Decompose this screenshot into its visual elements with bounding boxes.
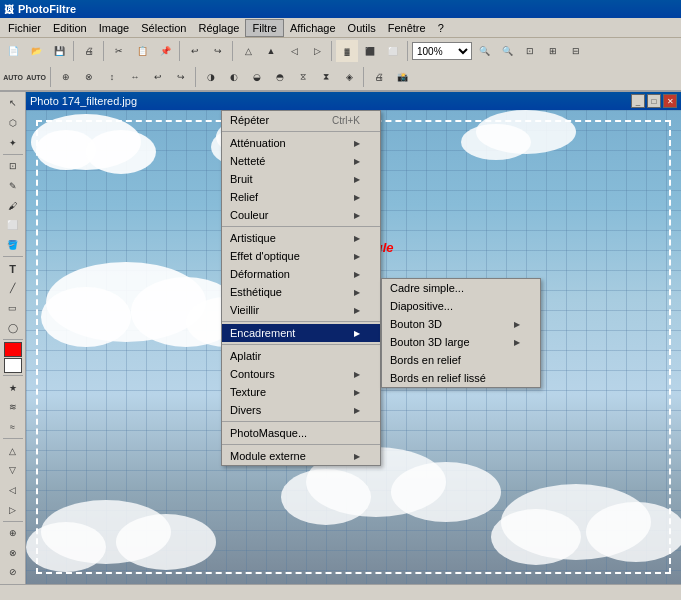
tool-crop[interactable]: ⊡	[2, 157, 24, 176]
tb-icon-11[interactable]: ⧖	[292, 66, 314, 88]
menu-selection[interactable]: Sélection	[135, 20, 192, 36]
menu-diapositive[interactable]: Diapositive...	[382, 297, 540, 315]
tb-icon-15[interactable]: 📸	[391, 66, 413, 88]
auto-btn-1[interactable]: AUTO	[2, 66, 24, 88]
maximize-button[interactable]: □	[647, 94, 661, 108]
zoom-select[interactable]: 100% 50% 200%	[412, 42, 472, 60]
menu-aplatir[interactable]: Aplatir	[222, 347, 380, 365]
tb-icon-14[interactable]: 🖨	[368, 66, 390, 88]
zoom-out-btn[interactable]: 🔍	[496, 40, 518, 62]
menu-filtre[interactable]: Filtre	[245, 19, 283, 37]
tb-icon-2[interactable]: ⊗	[78, 66, 100, 88]
tb-icon-4[interactable]: ↔	[124, 66, 146, 88]
copy-button[interactable]: 📋	[131, 40, 153, 62]
tool-lasso[interactable]: ⬡	[2, 114, 24, 133]
cut-button[interactable]: ✂	[108, 40, 130, 62]
menu-vieillir[interactable]: Vieillir ▶	[222, 301, 380, 319]
menu-artistique[interactable]: Artistique ▶	[222, 229, 380, 247]
tool-fg-color[interactable]	[4, 342, 22, 357]
tb-icon-13[interactable]: ◈	[338, 66, 360, 88]
color-btn-2[interactable]: ⬛	[359, 40, 381, 62]
menu-photomasque[interactable]: PhotoMasque...	[222, 424, 380, 442]
menu-bords-relief[interactable]: Bords en relief	[382, 351, 540, 369]
tool-extra-9[interactable]: ⊘	[2, 563, 24, 582]
tool-line[interactable]: ╱	[2, 279, 24, 298]
tb-icon-1[interactable]: ⊕	[55, 66, 77, 88]
shape-btn-3[interactable]: ◁	[283, 40, 305, 62]
redo-button[interactable]: ↪	[207, 40, 229, 62]
zoom-fit-btn[interactable]: ⊡	[519, 40, 541, 62]
tool-ellipse[interactable]: ◯	[2, 318, 24, 337]
menu-module-externe[interactable]: Module externe ▶	[222, 447, 380, 465]
zoom-in-btn[interactable]: 🔍	[473, 40, 495, 62]
tool-text[interactable]: T	[2, 259, 24, 278]
tool-brush[interactable]: 🖌	[2, 196, 24, 215]
auto-btn-2[interactable]: AUTO	[25, 66, 47, 88]
minimize-button[interactable]: _	[631, 94, 645, 108]
tool-extra-2[interactable]: ≈	[2, 418, 24, 437]
menu-texture[interactable]: Texture ▶	[222, 383, 380, 401]
menu-bouton-3d-large[interactable]: Bouton 3D large ▶	[382, 333, 540, 351]
tb-icon-6[interactable]: ↪	[170, 66, 192, 88]
tool-pencil[interactable]: ✎	[2, 177, 24, 196]
menu-couleur[interactable]: Couleur ▶	[222, 206, 380, 224]
menu-bords-relief-lisse[interactable]: Bords en relief lissé	[382, 369, 540, 387]
color-btn-3[interactable]: ⬜	[382, 40, 404, 62]
tool-extra-7[interactable]: ⊕	[2, 524, 24, 543]
save-button[interactable]: 💾	[48, 40, 70, 62]
menu-help[interactable]: ?	[432, 20, 450, 36]
tool-extra-5[interactable]: ◁	[2, 481, 24, 500]
menu-cadre-simple[interactable]: Cadre simple...	[382, 279, 540, 297]
print-button[interactable]: 🖨	[78, 40, 100, 62]
tool-rect[interactable]: ▭	[2, 299, 24, 318]
tool-extra-6[interactable]: ▷	[2, 500, 24, 519]
color-palette-btn[interactable]: ▓	[336, 40, 358, 62]
shape-btn-4[interactable]: ▷	[306, 40, 328, 62]
tool-eraser[interactable]: ⬜	[2, 216, 24, 235]
menu-fichier[interactable]: Fichier	[2, 20, 47, 36]
menu-deformation[interactable]: Déformation ▶	[222, 265, 380, 283]
tb-icon-5[interactable]: ↩	[147, 66, 169, 88]
tool-extra-8[interactable]: ⊗	[2, 543, 24, 562]
menu-fenetre[interactable]: Fenêtre	[382, 20, 432, 36]
tool-star[interactable]: ★	[2, 378, 24, 397]
menu-encadrement[interactable]: Encadrement ▶	[222, 324, 380, 342]
tb-icon-7[interactable]: ◑	[200, 66, 222, 88]
tool-extra-3[interactable]: △	[2, 441, 24, 460]
tool-fill[interactable]: 🪣	[2, 236, 24, 255]
shape-btn-1[interactable]: △	[237, 40, 259, 62]
tool-magic[interactable]: ✦	[2, 133, 24, 152]
open-button[interactable]: 📂	[25, 40, 47, 62]
zoom-actual-btn[interactable]: ⊞	[542, 40, 564, 62]
paste-button[interactable]: 📌	[154, 40, 176, 62]
menu-relief[interactable]: Relief ▶	[222, 188, 380, 206]
tb-icon-12[interactable]: ⧗	[315, 66, 337, 88]
tb-icon-3[interactable]: ↕	[101, 66, 123, 88]
tb-icon-9[interactable]: ◒	[246, 66, 268, 88]
menu-outils[interactable]: Outils	[342, 20, 382, 36]
shape-btn-2[interactable]: ▲	[260, 40, 282, 62]
close-button[interactable]: ✕	[663, 94, 677, 108]
menu-contours[interactable]: Contours ▶	[222, 365, 380, 383]
menu-effet-optique[interactable]: Effet d'optique ▶	[222, 247, 380, 265]
menu-edition[interactable]: Edition	[47, 20, 93, 36]
tool-bg-color[interactable]	[4, 358, 22, 373]
menu-affichage[interactable]: Affichage	[284, 20, 342, 36]
menu-divers[interactable]: Divers ▶	[222, 401, 380, 419]
menu-image[interactable]: Image	[93, 20, 136, 36]
menu-nettete[interactable]: Netteté ▶	[222, 152, 380, 170]
tool-cursor[interactable]: ↖	[2, 94, 24, 113]
tool-extra-4[interactable]: ▽	[2, 461, 24, 480]
menu-reglage[interactable]: Réglage	[193, 20, 246, 36]
menu-esthetique[interactable]: Esthétique ▶	[222, 283, 380, 301]
menu-repeter[interactable]: Répéter Ctrl+K	[222, 111, 380, 129]
menu-bruit[interactable]: Bruit ▶	[222, 170, 380, 188]
tb-icon-8[interactable]: ◐	[223, 66, 245, 88]
menu-attenuation[interactable]: Atténuation ▶	[222, 134, 380, 152]
menu-bouton-3d[interactable]: Bouton 3D ▶	[382, 315, 540, 333]
tool-extra-1[interactable]: ≋	[2, 398, 24, 417]
undo-button[interactable]: ↩	[184, 40, 206, 62]
tb-icon-10[interactable]: ◓	[269, 66, 291, 88]
new-button[interactable]: 📄	[2, 40, 24, 62]
fullscreen-btn[interactable]: ⊟	[565, 40, 587, 62]
